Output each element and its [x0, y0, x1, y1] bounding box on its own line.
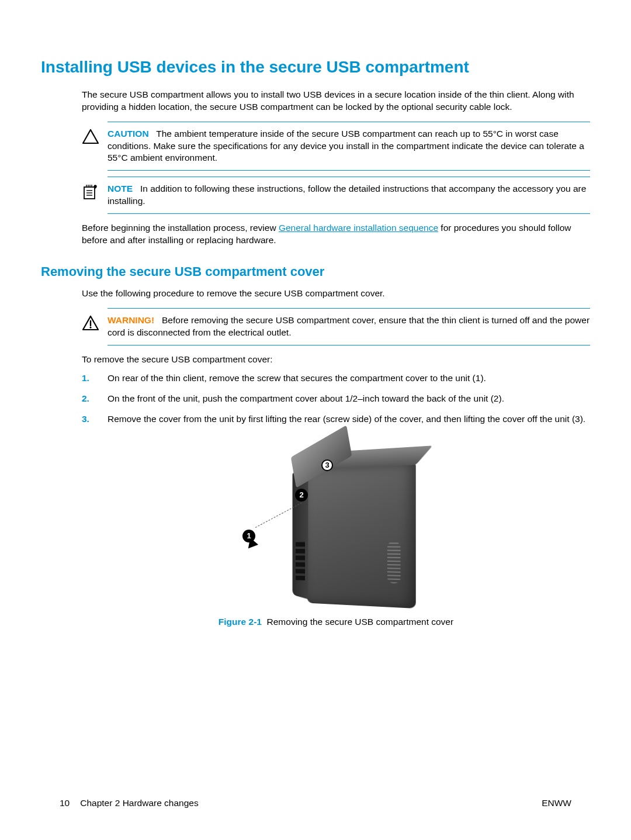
note-text: In addition to following these instructi… [108, 184, 586, 206]
step-text: On rear of the thin client, remove the s… [108, 372, 590, 385]
step-item: 2. On the front of the unit, push the co… [82, 393, 590, 405]
before-begin-paragraph: Before beginning the installation proces… [82, 222, 590, 247]
hw-install-sequence-link[interactable]: General hardware installation sequence [279, 223, 438, 233]
note-admonition: NOTE In addition to following these inst… [82, 177, 590, 214]
figure-illustration: 1 2 3 Figure 2-1 Removing the secure USB… [82, 442, 590, 628]
page-footer: 10Chapter 2 Hardware changes ENWW [60, 797, 571, 810]
caution-icon [82, 129, 99, 145]
step-item: 1. On rear of the thin client, remove th… [82, 372, 590, 385]
sub-intro: Use the following procedure to remove th… [82, 288, 590, 300]
caution-text: The ambient temperature inside of the se… [108, 129, 584, 163]
step-number: 1. [82, 372, 108, 385]
footer-chapter: Chapter 2 Hardware changes [80, 798, 198, 808]
step-number: 3. [82, 413, 108, 426]
to-remove-text: To remove the secure USB compartment cov… [82, 354, 590, 366]
caution-admonition: CAUTION The ambient temperature inside o… [82, 122, 590, 171]
svg-point-5 [90, 326, 92, 328]
intro-paragraph: The secure USB compartment allows you to… [82, 89, 590, 113]
figure-caption: Figure 2-1 Removing the secure USB compa… [82, 616, 590, 628]
note-icon [82, 184, 99, 201]
step-text: Remove the cover from the unit by first … [108, 413, 590, 426]
step-number: 2. [82, 393, 108, 405]
caution-label: CAUTION [108, 129, 149, 139]
warning-icon [82, 315, 99, 331]
section-subheading: Removing the secure USB compartment cove… [41, 263, 590, 281]
page-title: Installing USB devices in the secure USB… [41, 56, 590, 78]
footer-code: ENWW [542, 797, 571, 810]
warning-label: WARNING! [108, 315, 154, 325]
figure-label: Figure 2-1 [219, 617, 262, 627]
footer-page-number: 10 [60, 798, 70, 808]
note-label: NOTE [108, 184, 133, 193]
before-begin-pre: Before beginning the installation proces… [82, 223, 279, 233]
warning-admonition: WARNING! Before removing the secure USB … [82, 308, 590, 345]
figure-caption-text: Removing the secure USB compartment cove… [267, 617, 454, 627]
step-text: On the front of the unit, push the compa… [108, 393, 590, 405]
procedure-steps: 1. On rear of the thin client, remove th… [82, 372, 590, 426]
warning-text: Before removing the secure USB compartme… [108, 315, 590, 337]
step-item: 3. Remove the cover from the unit by fir… [82, 413, 590, 426]
